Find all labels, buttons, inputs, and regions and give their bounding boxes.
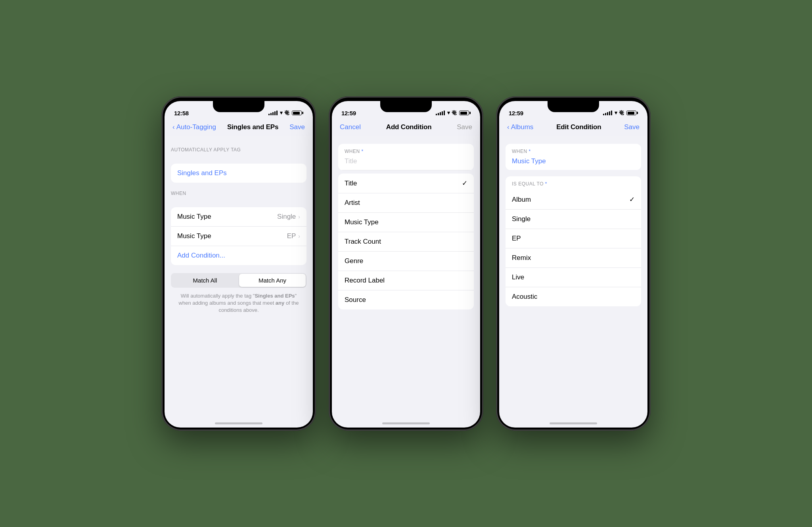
match-buttons: Match All Match Any <box>171 273 306 288</box>
page-title-1: Singles and EPs <box>227 123 278 131</box>
chevron-icon-2: › <box>298 233 300 239</box>
equal-asterisk: * <box>545 181 547 187</box>
when-value-3: Music Type <box>506 156 641 170</box>
content-1: AUTOMATICALLY APPLY TAG Singles and EPs … <box>165 136 313 414</box>
when-header: WHEN <box>165 191 313 199</box>
options-list: Album ✓ Single EP Remix Live <box>506 190 641 306</box>
tag-value: Singles and EPs <box>171 164 306 183</box>
time-3: 12:59 <box>509 110 523 116</box>
condition-right-1: Single › <box>277 213 300 221</box>
when-placeholder-2: Title <box>338 156 474 170</box>
when-section-2: WHEN * Title <box>338 144 474 170</box>
notch-2 <box>380 101 432 112</box>
is-equal-section: IS EQUAL TO * Album ✓ Single EP <box>506 176 641 306</box>
battery-icon-2 <box>459 111 471 115</box>
save-button-2[interactable]: Save <box>457 123 472 131</box>
condition-right-2: EP › <box>287 232 300 240</box>
wifi-icon-2: ▾ 奄 <box>447 109 457 116</box>
time-2: 12:59 <box>341 110 356 116</box>
page-title-3: Edit Condition <box>556 123 601 131</box>
condition-value-2: EP <box>287 232 296 240</box>
home-indicator-1 <box>165 414 313 428</box>
nav-bar-2: Cancel Add Condition Save <box>332 120 480 136</box>
home-indicator-2 <box>332 414 480 428</box>
notch-1 <box>213 101 264 112</box>
screen-1: 12:58 ▾ 奄 <box>165 101 313 428</box>
content-2: WHEN * Title Title ✓ Artist Music Type <box>332 136 480 414</box>
description-text: Will automatically apply the tag "Single… <box>165 288 313 319</box>
phone-2: 12:59 ▾ 奄 Cancel <box>329 96 483 431</box>
condition-value-1: Single <box>277 213 296 221</box>
wifi-icon-3: ▾ 奄 <box>615 109 624 116</box>
status-icons-1: ▾ 奄 <box>268 109 303 116</box>
notch-3 <box>548 101 599 112</box>
battery-icon-3 <box>626 111 638 115</box>
home-bar-1 <box>215 422 262 424</box>
conditions-section: Music Type Single › Music Type EP › Add … <box>171 207 306 265</box>
back-button-3[interactable]: ‹ Albums <box>507 123 533 131</box>
option-ep[interactable]: EP <box>506 229 641 248</box>
status-icons-2: ▾ 奄 <box>436 109 471 116</box>
time-1: 12:58 <box>174 110 189 116</box>
when-asterisk-3: * <box>529 149 531 154</box>
home-bar-2 <box>382 422 430 424</box>
cancel-button-2[interactable]: Cancel <box>340 123 361 131</box>
chevron-left-icon-3: ‹ <box>507 123 509 131</box>
check-album: ✓ <box>629 195 635 204</box>
home-indicator-3 <box>499 414 647 428</box>
nav-bar-3: ‹ Albums Edit Condition Save <box>499 120 647 136</box>
screen-3: 12:59 ▾ 奄 <box>499 101 647 428</box>
wifi-icon-1: ▾ 奄 <box>280 109 289 116</box>
dropdown-record-label[interactable]: Record Label <box>338 271 474 290</box>
condition-row-1[interactable]: Music Type Single › <box>171 207 306 226</box>
dropdown-source[interactable]: Source <box>338 290 474 309</box>
auto-apply-header: AUTOMATICALLY APPLY TAG <box>165 147 313 156</box>
when-label-3: WHEN * <box>506 144 641 156</box>
battery-icon-1 <box>292 111 303 115</box>
signal-icon-3 <box>603 111 612 115</box>
chevron-icon-1: › <box>298 214 300 220</box>
dropdown-genre[interactable]: Genre <box>338 252 474 271</box>
save-button-3[interactable]: Save <box>624 123 640 131</box>
back-label-3: Albums <box>511 123 534 131</box>
match-all-btn[interactable]: Match All <box>172 274 238 287</box>
option-live[interactable]: Live <box>506 268 641 287</box>
dropdown-list-2: Title ✓ Artist Music Type Track Count Ge… <box>338 174 474 309</box>
auto-apply-section: Singles and EPs <box>171 164 306 183</box>
when-section-3: WHEN * Music Type <box>506 144 641 170</box>
match-any-btn[interactable]: Match Any <box>239 274 306 287</box>
dropdown-music-type[interactable]: Music Type <box>338 213 474 232</box>
dropdown-artist[interactable]: Artist <box>338 193 474 213</box>
dropdown-track-count[interactable]: Track Count <box>338 232 474 252</box>
is-equal-label: IS EQUAL TO * <box>506 176 641 188</box>
nav-bar-1: ‹ Auto-Tagging Singles and EPs Save <box>165 120 313 136</box>
option-single[interactable]: Single <box>506 210 641 229</box>
chevron-left-icon-1: ‹ <box>172 123 175 131</box>
option-acoustic[interactable]: Acoustic <box>506 287 641 306</box>
option-remix[interactable]: Remix <box>506 248 641 268</box>
condition-row-2[interactable]: Music Type EP › <box>171 226 306 246</box>
when-asterisk-2: * <box>362 149 364 154</box>
screen-2: 12:59 ▾ 奄 Cancel <box>332 101 480 428</box>
when-label-2: WHEN * <box>338 144 474 156</box>
condition-label-1: Music Type <box>177 213 211 221</box>
signal-icon-2 <box>436 111 445 115</box>
phone-3: 12:59 ▾ 奄 <box>496 96 651 431</box>
content-3: WHEN * Music Type IS EQUAL TO * Album ✓ <box>499 136 647 414</box>
add-condition-btn[interactable]: Add Condition... <box>171 246 306 265</box>
dropdown-title[interactable]: Title ✓ <box>338 174 474 193</box>
option-album[interactable]: Album ✓ <box>506 190 641 210</box>
back-label-1: Auto-Tagging <box>176 123 216 131</box>
back-button-1[interactable]: ‹ Auto-Tagging <box>172 123 216 131</box>
phone-1: 12:58 ▾ 奄 <box>161 96 316 431</box>
check-title: ✓ <box>462 179 467 187</box>
home-bar-3 <box>550 422 597 424</box>
signal-icon-1 <box>268 111 278 115</box>
page-title-2: Add Condition <box>386 123 431 131</box>
save-button-1[interactable]: Save <box>289 123 305 131</box>
status-icons-3: ▾ 奄 <box>603 109 638 116</box>
condition-label-2: Music Type <box>177 232 211 240</box>
